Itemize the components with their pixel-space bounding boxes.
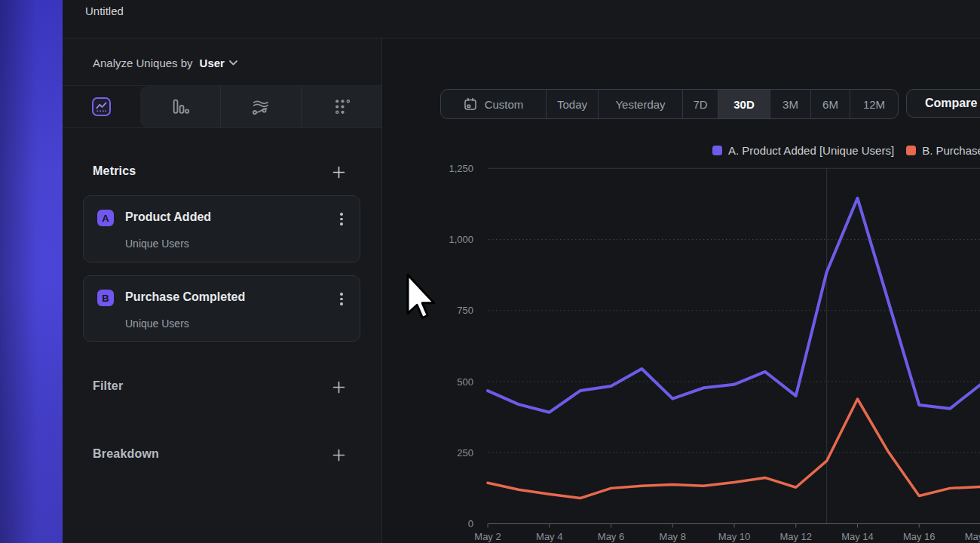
- flow-chart-icon: [251, 97, 271, 117]
- metric-card-b[interactable]: B Purchase Completed Unique Users: [83, 275, 360, 342]
- range-button-custom[interactable]: Custom: [441, 90, 546, 118]
- metric-subtitle: Unique Users: [125, 238, 189, 250]
- range-button-3m[interactable]: 3M: [770, 90, 810, 118]
- metric-menu-button[interactable]: [335, 293, 348, 308]
- y-tick-label: 1,250: [449, 163, 473, 174]
- filter-header: Filter: [93, 379, 123, 393]
- chevron-down-icon: [229, 60, 237, 66]
- screen: Untitled Analyze Uniques by User: [0, 0, 980, 543]
- y-tick-label: 1,000: [449, 234, 473, 245]
- range-label: 7D: [693, 98, 707, 111]
- tab-bar-chart[interactable]: [140, 86, 220, 127]
- range-button-today[interactable]: Today: [546, 90, 598, 118]
- compare-label: Compare: [925, 97, 977, 110]
- analyze-by-value: User: [200, 57, 225, 69]
- range-button-12m[interactable]: 12M: [850, 90, 898, 118]
- metric-subtitle: Unique Users: [125, 318, 189, 330]
- range-label: 3M: [782, 98, 798, 111]
- legend-label: A. Product Added [Unique Users]: [728, 144, 894, 157]
- report-title[interactable]: Untitled: [85, 5, 124, 17]
- plus-icon: [332, 381, 345, 394]
- x-tick-label: May 18: [965, 531, 980, 542]
- legend-item[interactable]: A. Product Added [Unique Users]: [712, 144, 894, 157]
- metric-badge-a: A: [97, 210, 114, 226]
- x-tick-label: May 16: [903, 531, 936, 542]
- metrics-header: Metrics: [93, 164, 136, 178]
- range-button-yesterday[interactable]: Yesterday: [598, 90, 682, 118]
- y-tick-label: 250: [457, 447, 473, 459]
- x-tick-label: May 14: [841, 531, 874, 542]
- range-label: Today: [557, 98, 587, 111]
- x-tick-label: May 6: [598, 531, 624, 542]
- chart-type-tabs: [63, 86, 381, 128]
- range-label: 6M: [822, 98, 838, 111]
- metric-title: Purchase Completed: [125, 290, 245, 304]
- metric-title: Product Added: [125, 210, 211, 224]
- legend-item[interactable]: B. Purchase Completed [Unique Users]: [906, 144, 980, 157]
- metric-badge-b: B: [97, 290, 114, 306]
- range-label: Custom: [485, 98, 524, 111]
- legend: A. Product Added [Unique Users]B. Purcha…: [712, 144, 980, 157]
- y-tick-label: 750: [457, 305, 473, 316]
- app-window: Untitled Analyze Uniques by User: [63, 0, 980, 543]
- calendar-icon: [464, 97, 477, 111]
- plus-icon: [332, 449, 345, 462]
- tab-line-chart[interactable]: [63, 86, 140, 127]
- tab-flow-chart[interactable]: [220, 86, 301, 127]
- range-label: 12M: [863, 98, 885, 111]
- legend-swatch: [906, 146, 916, 155]
- x-tick-label: May 2: [474, 531, 501, 542]
- legend-swatch: [712, 146, 722, 155]
- legend-label: B. Purchase Completed [Unique Users]: [922, 144, 980, 157]
- metric-menu-button[interactable]: [335, 213, 348, 228]
- plus-icon: [332, 166, 345, 179]
- chart-type-tab-group: [140, 86, 381, 127]
- x-tick-label: May 4: [536, 531, 562, 542]
- range-button-7d[interactable]: 7D: [682, 90, 718, 118]
- series-line-a: [488, 198, 980, 413]
- metric-card-a[interactable]: A Product Added Unique Users: [83, 195, 360, 262]
- add-breakdown-button[interactable]: [330, 446, 347, 463]
- analyze-label: Analyze Uniques by: [93, 57, 193, 69]
- y-tick-label: 0: [468, 518, 473, 529]
- line-chart-icon: [92, 97, 111, 116]
- compare-button[interactable]: Compare: [906, 89, 980, 118]
- tab-grid-dots[interactable]: [301, 86, 381, 127]
- date-range-group: CustomTodayYesterday7D30D3M6M12M: [440, 89, 899, 119]
- top-bar: Untitled: [63, 0, 980, 38]
- chart-panel: CustomTodayYesterday7D30D3M6M12M Compare…: [382, 38, 980, 543]
- x-tick-label: May 8: [660, 531, 686, 542]
- range-button-30d[interactable]: 30D: [718, 90, 770, 118]
- x-tick-label: May 10: [718, 531, 751, 542]
- y-tick-label: 500: [457, 376, 473, 388]
- range-button-6m[interactable]: 6M: [810, 90, 850, 118]
- add-filter-button[interactable]: [330, 379, 347, 395]
- analyze-by-dropdown[interactable]: User: [200, 57, 237, 69]
- range-label: Yesterday: [615, 98, 665, 111]
- series-line-b: [488, 399, 980, 499]
- breakdown-header: Breakdown: [93, 447, 159, 461]
- query-sidebar: Analyze Uniques by User: [63, 38, 382, 543]
- range-label: 30D: [733, 98, 755, 111]
- desktop-background: [0, 0, 63, 543]
- x-tick-label: May 12: [779, 531, 812, 542]
- grid-dots-icon: [332, 97, 351, 116]
- analyze-row: Analyze Uniques by User: [63, 38, 381, 86]
- add-metric-button[interactable]: [330, 164, 347, 180]
- bar-chart-icon: [171, 97, 190, 116]
